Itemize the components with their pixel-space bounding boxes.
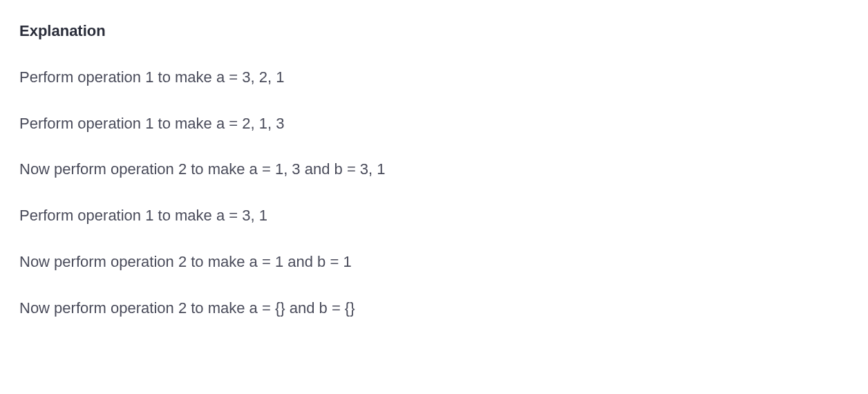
explanation-line: Perform operation 1 to make a = 2, 1, 3 (19, 113, 849, 135)
explanation-heading: Explanation (19, 21, 849, 42)
explanation-line: Perform operation 1 to make a = 3, 2, 1 (19, 67, 849, 88)
explanation-line: Now perform operation 2 to make a = {} a… (19, 298, 849, 319)
explanation-line: Now perform operation 2 to make a = 1, 3… (19, 159, 849, 180)
explanation-line: Perform operation 1 to make a = 3, 1 (19, 205, 849, 227)
explanation-line: Now perform operation 2 to make a = 1 an… (19, 252, 849, 273)
